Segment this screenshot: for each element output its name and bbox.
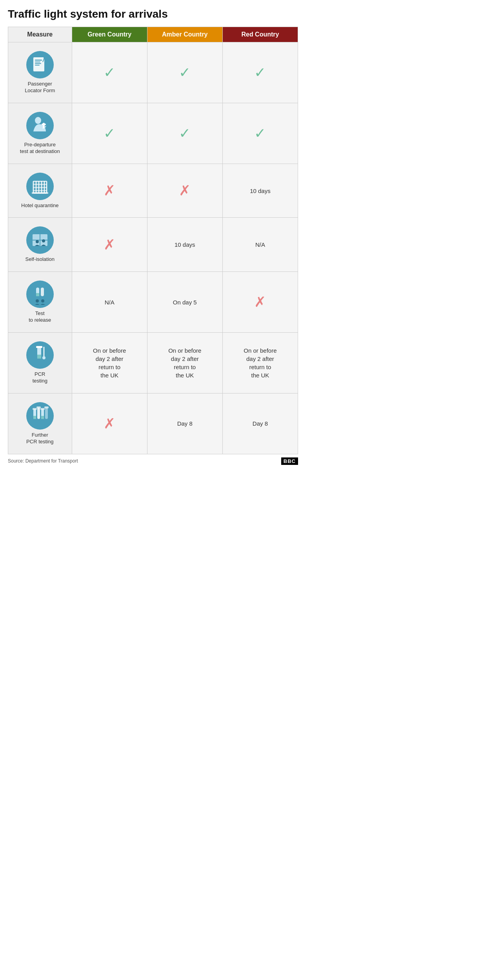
svg-point-34 <box>41 299 44 302</box>
table-row: PCRtesting On or beforeday 2 afterreturn… <box>8 333 298 393</box>
hotel-quarantine-amber-cell: ✗ <box>147 164 222 218</box>
pcr-testing-icon <box>26 341 54 369</box>
measure-header: Measure <box>8 27 72 42</box>
measure-test-to-release: Testto release <box>8 272 72 333</box>
svg-rect-13 <box>32 181 48 193</box>
cross-icon: ✗ <box>179 182 191 199</box>
cell-value: 10 days <box>250 188 271 194</box>
svg-rect-1 <box>33 57 44 71</box>
amber-header: Amber Country <box>147 27 222 42</box>
check-icon: ✓ <box>254 64 266 80</box>
cell-value: Day 8 <box>177 420 193 427</box>
further-pcr-amber-cell: Day 8 <box>147 393 222 454</box>
svg-point-33 <box>36 299 39 302</box>
page-title: Traffic light system for arrivals <box>8 8 298 20</box>
cross-icon: ✗ <box>254 294 266 310</box>
test-to-release-label: Testto release <box>29 310 51 324</box>
table-row: FurtherPCR testing ✗Day 8Day 8 <box>8 393 298 454</box>
measure-self-isolation: Self-isolation <box>8 218 72 272</box>
pcr-testing-label: PCRtesting <box>33 371 47 384</box>
cross-icon: ✗ <box>104 415 115 432</box>
svg-rect-47 <box>45 408 48 419</box>
cell-value: On or beforeday 2 afterreturn tothe UK <box>168 347 201 379</box>
green-header: Green Country <box>72 27 147 42</box>
measure-passenger-locator: PassengerLocator Form <box>8 42 72 103</box>
cross-icon: ✗ <box>104 182 115 199</box>
svg-rect-2 <box>35 60 42 61</box>
self-isolation-red-cell: N/A <box>222 218 298 272</box>
pre-departure-green-cell: ✓ <box>72 103 147 164</box>
bbc-logo: BBC <box>281 457 298 465</box>
traffic-light-table: Measure Green Country Amber Country Red … <box>8 27 298 454</box>
test-to-release-green-cell: N/A <box>72 272 147 333</box>
check-icon: ✓ <box>104 64 115 80</box>
pcr-testing-amber-cell: On or beforeday 2 afterreturn tothe UK <box>147 333 222 393</box>
svg-rect-31 <box>41 288 44 296</box>
svg-point-29 <box>26 281 54 308</box>
svg-rect-3 <box>35 62 40 62</box>
svg-rect-44 <box>37 408 40 419</box>
passenger-locator-label: PassengerLocator Form <box>25 81 55 94</box>
table-row: PassengerLocator Form ✓✓✓ <box>8 42 298 103</box>
check-icon: ✓ <box>104 125 115 141</box>
svg-rect-50 <box>40 408 45 410</box>
svg-rect-46 <box>41 416 44 419</box>
svg-point-7 <box>44 56 46 59</box>
svg-rect-32 <box>36 293 39 296</box>
svg-point-28 <box>42 239 45 242</box>
test-to-release-icon <box>26 281 54 308</box>
measure-further-pcr: FurtherPCR testing <box>8 393 72 454</box>
pcr-testing-red-cell: On or beforeday 2 afterreturn tothe UK <box>222 333 298 393</box>
svg-rect-4 <box>35 63 41 64</box>
cell-value: N/A <box>105 299 115 306</box>
passenger-locator-amber-cell: ✓ <box>147 42 222 103</box>
test-to-release-red-cell: ✗ <box>222 272 298 333</box>
svg-rect-22 <box>32 192 48 194</box>
cell-value: On or beforeday 2 afterreturn tothe UK <box>244 347 276 379</box>
pre-departure-label: Pre-departuretest at destination <box>20 142 60 155</box>
measure-pre-departure: Pre-departuretest at destination <box>8 103 72 164</box>
self-isolation-label: Self-isolation <box>25 256 55 263</box>
svg-rect-37 <box>37 355 41 359</box>
pcr-testing-green-cell: On or beforeday 2 afterreturn tothe UK <box>72 333 147 393</box>
svg-point-9 <box>35 117 41 124</box>
measure-pcr-testing: PCRtesting <box>8 333 72 393</box>
cell-value: On or beforeday 2 afterreturn tothe UK <box>93 347 126 379</box>
cell-value: N/A <box>255 241 265 248</box>
hotel-quarantine-green-cell: ✗ <box>72 164 147 218</box>
further-pcr-red-cell: Day 8 <box>222 393 298 454</box>
svg-rect-49 <box>36 406 41 408</box>
pre-departure-red-cell: ✓ <box>222 103 298 164</box>
pre-departure-amber-cell: ✓ <box>147 103 222 164</box>
cell-value: 10 days <box>175 241 195 248</box>
table-row: Pre-departuretest at destination ✓✓✓ <box>8 103 298 164</box>
check-icon: ✓ <box>179 125 191 141</box>
cross-icon: ✗ <box>104 237 115 253</box>
table-row: Hotel quarantine ✗✗10 days <box>8 164 298 218</box>
cell-value: On day 5 <box>173 299 197 306</box>
test-to-release-amber-cell: On day 5 <box>147 272 222 333</box>
self-isolation-icon <box>26 226 54 254</box>
check-icon: ✓ <box>179 64 191 80</box>
svg-rect-5 <box>35 65 40 66</box>
svg-point-27 <box>36 240 39 243</box>
further-pcr-label: FurtherPCR testing <box>26 432 53 445</box>
self-isolation-green-cell: ✗ <box>72 218 147 272</box>
measure-hotel-quarantine: Hotel quarantine <box>8 164 72 218</box>
passenger-locator-red-cell: ✓ <box>222 42 298 103</box>
svg-rect-51 <box>44 406 49 408</box>
hotel-quarantine-label: Hotel quarantine <box>21 202 58 209</box>
passenger-locator-green-cell: ✓ <box>72 42 147 103</box>
pre-departure-icon <box>26 112 54 139</box>
source-label: Source: Department for Transport <box>8 458 78 464</box>
svg-rect-48 <box>33 408 37 410</box>
hotel-quarantine-icon <box>26 173 54 200</box>
check-icon: ✓ <box>254 125 266 141</box>
hotel-quarantine-red-cell: 10 days <box>222 164 298 218</box>
table-row: Self-isolation ✗10 daysN/A <box>8 218 298 272</box>
svg-rect-11 <box>42 124 46 125</box>
svg-point-40 <box>42 356 45 359</box>
cell-value: Day 8 <box>253 420 268 427</box>
svg-rect-43 <box>33 416 36 419</box>
self-isolation-amber-cell: 10 days <box>147 218 222 272</box>
